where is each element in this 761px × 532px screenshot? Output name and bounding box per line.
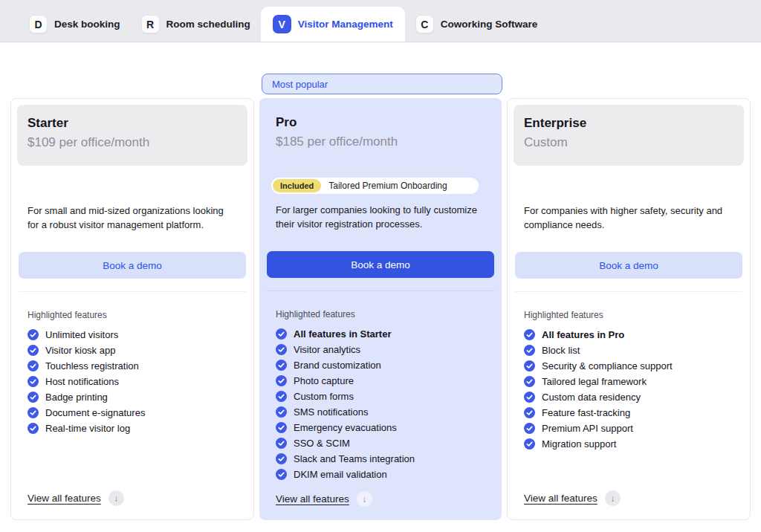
feature-list-pro: All features in Starter Visitor analytic…: [276, 328, 485, 480]
feature-item: Custom forms: [276, 391, 485, 402]
check-icon: [276, 391, 287, 402]
divider: [515, 291, 742, 292]
feature-item: Tailored legal framework: [524, 376, 734, 387]
feature-item: Unlimited visitors: [27, 329, 237, 340]
tab-label: Coworking Software: [441, 19, 538, 30]
feature-list-starter: Unlimited visitors Visitor kiosk app Tou…: [27, 329, 237, 434]
feature-label: Migration support: [542, 438, 616, 450]
feature-item: Brand customization: [276, 360, 485, 371]
check-icon: [524, 407, 535, 418]
feature-label: Custom data residency: [542, 392, 641, 403]
divider: [267, 291, 494, 291]
check-icon: [27, 360, 39, 372]
check-icon: [524, 423, 535, 434]
feature-item: Touchless registration: [27, 360, 237, 372]
included-pill-slot: Included Tailored Premium Onboarding: [271, 178, 490, 194]
desk-booking-letter-icon: D: [29, 15, 48, 33]
features-heading: Highlighted features: [27, 310, 237, 320]
feature-item: Premium API support: [524, 423, 734, 434]
feature-item: SMS notifications: [276, 406, 485, 418]
tab-label: Visitor Management: [298, 19, 393, 30]
check-icon: [276, 360, 287, 371]
plan-price: Custom: [524, 135, 734, 150]
view-all-features-link[interactable]: View all features: [524, 493, 598, 504]
feature-label: Security & compliance support: [542, 360, 673, 372]
pricing-cards-row: Starter $109 per office/month For small …: [10, 98, 751, 520]
feature-item: Migration support: [524, 438, 734, 450]
feature-label: Brand customization: [294, 360, 381, 371]
included-pill-slot: [519, 178, 738, 195]
plan-card-starter: Starter $109 per office/month For small …: [10, 98, 254, 520]
plan-header: Pro $185 per office/month: [265, 104, 496, 165]
feature-item: Block list: [524, 345, 734, 356]
feature-label: Real-time visitor log: [45, 423, 130, 434]
feature-item: Slack and Teams integration: [276, 453, 485, 464]
feature-label: Feature fast-tracking: [542, 407, 630, 418]
tab-label: Room scheduling: [166, 19, 250, 30]
tab-desk-booking[interactable]: D Desk booking: [19, 7, 131, 42]
most-popular-badge: Most popular: [262, 74, 502, 94]
plan-description: For small and mid-sized organizations lo…: [27, 204, 237, 234]
check-icon: [27, 392, 39, 403]
included-pill-slot: [23, 178, 242, 195]
plan-header: Starter $109 per office/month: [17, 105, 247, 166]
feature-label: Tailored legal framework: [542, 376, 647, 387]
visitor-management-letter-icon: V: [273, 15, 291, 33]
plan-price: $109 per office/month: [27, 135, 237, 150]
book-demo-button-enterprise[interactable]: Book a demo: [515, 252, 742, 279]
check-icon: [276, 344, 287, 355]
down-arrow-icon[interactable]: ↓: [357, 491, 372, 507]
feature-item: Visitor analytics: [276, 344, 485, 355]
check-icon: [276, 469, 287, 480]
feature-item: Custom data residency: [524, 392, 734, 403]
book-demo-button-starter[interactable]: Book a demo: [19, 252, 246, 279]
book-demo-button-pro[interactable]: Book a demo: [267, 251, 494, 278]
feature-label: Visitor kiosk app: [45, 345, 115, 356]
check-icon: [27, 423, 39, 434]
plan-name: Pro: [276, 115, 485, 130]
check-icon: [276, 438, 287, 449]
feature-item: SSO & SCIM: [276, 438, 485, 449]
feature-label: Visitor analytics: [294, 344, 360, 355]
feature-item: Host notifications: [27, 376, 237, 387]
down-arrow-icon[interactable]: ↓: [109, 490, 124, 506]
feature-item: Security & compliance support: [524, 360, 734, 372]
check-icon: [524, 360, 535, 372]
plan-header: Enterprise Custom: [514, 105, 744, 166]
tab-label: Desk booking: [54, 19, 120, 30]
feature-list-enterprise: All features in Pro Block list Security …: [524, 329, 734, 450]
tab-room-scheduling[interactable]: R Room scheduling: [131, 7, 261, 42]
feature-label: Host notifications: [45, 376, 119, 387]
check-icon: [524, 376, 535, 387]
plan-name: Enterprise: [524, 116, 734, 131]
tab-visitor-management[interactable]: V Visitor Management: [261, 7, 405, 42]
tab-coworking-software[interactable]: C Coworking Software: [405, 7, 548, 42]
feature-item: All features in Pro: [524, 329, 734, 340]
pricing-tab-bar: D Desk booking R Room scheduling V Visit…: [0, 0, 761, 42]
plan-card-pro: Pro $185 per office/month Included Tailo…: [259, 98, 502, 520]
view-all-row: View all features ↓: [276, 491, 485, 507]
check-icon: [276, 328, 287, 340]
plan-description: For companies with higher safety, securi…: [524, 204, 734, 234]
check-icon: [524, 345, 535, 356]
divider: [19, 291, 246, 292]
feature-label: Unlimited visitors: [45, 329, 118, 340]
coworking-software-letter-icon: C: [415, 15, 434, 33]
feature-label: SMS notifications: [294, 406, 368, 418]
plan-name: Starter: [27, 116, 237, 131]
feature-label: Badge printing: [45, 392, 108, 403]
feature-label: Slack and Teams integration: [294, 453, 415, 464]
view-all-row: View all features ↓: [524, 490, 734, 506]
down-arrow-icon[interactable]: ↓: [605, 490, 621, 506]
feature-label: Premium API support: [542, 423, 633, 434]
check-icon: [276, 375, 287, 386]
included-badge: Included: [273, 179, 321, 192]
feature-item: Real-time visitor log: [27, 423, 237, 434]
feature-item: Photo capture: [276, 375, 485, 386]
feature-label: Emergency evacuations: [294, 422, 397, 433]
view-all-features-link[interactable]: View all features: [27, 493, 101, 504]
feature-item: Visitor kiosk app: [27, 345, 237, 356]
feature-label: All features in Pro: [542, 329, 624, 340]
included-pill: Included Tailored Premium Onboarding: [271, 178, 479, 194]
view-all-features-link[interactable]: View all features: [276, 493, 349, 505]
